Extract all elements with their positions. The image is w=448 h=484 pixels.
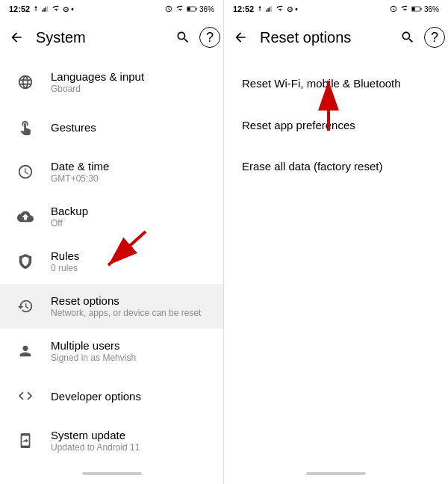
svg-rect-8 xyxy=(268,8,269,12)
erase-all-data-label: Erase all data (factory reset) xyxy=(242,160,382,173)
left-battery-text: 36% xyxy=(199,5,214,13)
gestures-text: Gestures xyxy=(51,121,96,134)
location-icon xyxy=(32,5,40,13)
alarm-icon-left xyxy=(164,5,173,13)
settings-item-languages[interactable]: Languages & input Gboard xyxy=(0,60,223,105)
languages-subtitle: Gboard xyxy=(51,84,144,94)
left-back-button[interactable] xyxy=(3,24,30,51)
left-sync-icon: ⊙ xyxy=(63,5,69,13)
backup-title: Backup xyxy=(51,205,88,217)
backup-subtitle: Off xyxy=(51,218,88,229)
multiuser-text: Multiple users Signed in as Mehvish xyxy=(51,339,136,363)
right-status-right: 36% xyxy=(389,5,439,13)
right-status-time: 12:52 ⊙ • xyxy=(233,4,298,13)
right-battery-text: 36% xyxy=(424,5,439,13)
svg-rect-2 xyxy=(46,7,46,12)
languages-text: Languages & input Gboard xyxy=(51,70,144,94)
left-help-button[interactable]: ? xyxy=(199,27,220,48)
reset-options-list: Reset Wi-Fi, mobile & Bluetooth Reset ap… xyxy=(224,57,448,466)
settings-item-developer[interactable]: Developer options xyxy=(0,373,223,418)
right-wifi-icon xyxy=(276,5,284,13)
phone-icon xyxy=(12,427,39,454)
reset-wifi-bluetooth-label: Reset Wi-Fi, mobile & Bluetooth xyxy=(242,77,401,90)
left-home-indicator xyxy=(82,472,142,475)
left-status-right: 36% xyxy=(164,5,214,13)
right-toolbar-actions: ? xyxy=(394,24,445,51)
rules-subtitle: 0 rules xyxy=(51,263,79,273)
reset-app-preferences-item[interactable]: Reset app preferences xyxy=(224,105,448,146)
left-toolbar-actions: ? xyxy=(169,24,220,51)
svg-rect-12 xyxy=(420,8,421,10)
left-time: 12:52 xyxy=(9,4,30,13)
settings-item-systemupdate[interactable]: System update Updated to Android 11 xyxy=(0,418,223,463)
clock-icon xyxy=(12,158,39,185)
left-status-bar: 12:52 ⊙ • 36% xyxy=(0,0,223,18)
left-settings-list: Languages & input Gboard Gestures xyxy=(0,57,223,466)
right-home-indicator xyxy=(306,472,366,475)
user-icon xyxy=(12,338,39,364)
right-bottom-bar xyxy=(224,466,448,484)
svg-rect-6 xyxy=(187,7,190,11)
reset-wifi-bluetooth-item[interactable]: Reset Wi-Fi, mobile & Bluetooth xyxy=(224,63,448,105)
settings-item-multiuser[interactable]: Multiple users Signed in as Mehvish xyxy=(0,329,223,373)
left-search-button[interactable] xyxy=(169,24,196,51)
datetime-subtitle: GMT+05:30 xyxy=(51,173,109,184)
right-dot: • xyxy=(295,5,298,13)
right-panel: 12:52 ⊙ • 36% xyxy=(224,0,448,484)
right-search-button[interactable] xyxy=(394,24,421,51)
right-wifi-icon2 xyxy=(400,5,409,13)
settings-item-rules[interactable]: Rules 0 rules xyxy=(0,239,223,284)
cloud-icon xyxy=(12,203,39,230)
wifi-icon-left xyxy=(52,5,60,13)
reset-app-preferences-label: Reset app preferences xyxy=(242,119,355,131)
settings-item-gestures[interactable]: Gestures xyxy=(0,105,223,149)
right-back-button[interactable] xyxy=(227,24,254,51)
left-dot: • xyxy=(71,5,74,13)
right-sync-icon: ⊙ xyxy=(287,5,293,13)
gestures-icon xyxy=(12,114,39,140)
right-alarm-icon xyxy=(389,5,398,13)
right-battery-icon xyxy=(411,5,422,13)
multiuser-subtitle: Signed in as Mehvish xyxy=(51,353,136,363)
right-toolbar: Reset options ? xyxy=(224,18,448,57)
developer-title: Developer options xyxy=(51,390,141,403)
svg-rect-9 xyxy=(270,7,270,12)
systemupdate-text: System update Updated to Android 11 xyxy=(51,429,140,453)
wifi-icon-left2 xyxy=(175,5,184,13)
left-toolbar: System ? xyxy=(0,18,223,57)
reset-icon xyxy=(12,293,39,320)
left-panel: 12:52 ⊙ • 36% xyxy=(0,0,224,484)
reset-subtitle: Network, apps, or device can be reset xyxy=(51,308,201,318)
backup-text: Backup Off xyxy=(51,205,88,229)
right-time: 12:52 xyxy=(233,4,254,13)
svg-rect-5 xyxy=(196,8,196,10)
settings-item-datetime[interactable]: Date & time GMT+05:30 xyxy=(0,149,223,194)
multiuser-title: Multiple users xyxy=(51,339,136,352)
left-bottom-bar xyxy=(0,466,223,484)
right-help-button[interactable]: ? xyxy=(424,27,445,48)
right-location-icon xyxy=(256,5,264,13)
reset-text: Reset options Network, apps, or device c… xyxy=(51,294,201,318)
svg-rect-1 xyxy=(44,8,45,12)
globe-icon xyxy=(12,69,39,96)
left-page-title: System xyxy=(36,29,169,46)
reset-title: Reset options xyxy=(51,294,201,307)
erase-all-data-item[interactable]: Erase all data (factory reset) xyxy=(224,146,448,187)
right-signal-icon xyxy=(266,5,273,13)
settings-item-reset[interactable]: Reset options Network, apps, or device c… xyxy=(0,284,223,329)
gestures-title: Gestures xyxy=(51,121,96,134)
languages-title: Languages & input xyxy=(51,70,144,83)
battery-icon-left xyxy=(187,5,197,13)
rules-title: Rules xyxy=(51,249,79,262)
systemupdate-subtitle: Updated to Android 11 xyxy=(51,442,140,453)
developer-icon xyxy=(12,382,39,409)
left-status-time: 12:52 ⊙ • xyxy=(9,4,74,13)
systemupdate-title: System update xyxy=(51,429,140,441)
right-status-bar: 12:52 ⊙ • 36% xyxy=(224,0,448,18)
rules-text: Rules 0 rules xyxy=(51,249,79,273)
settings-item-backup[interactable]: Backup Off xyxy=(0,194,223,239)
developer-text: Developer options xyxy=(51,390,141,403)
svg-rect-0 xyxy=(43,10,43,12)
svg-rect-13 xyxy=(412,7,415,11)
rules-icon xyxy=(12,248,39,275)
